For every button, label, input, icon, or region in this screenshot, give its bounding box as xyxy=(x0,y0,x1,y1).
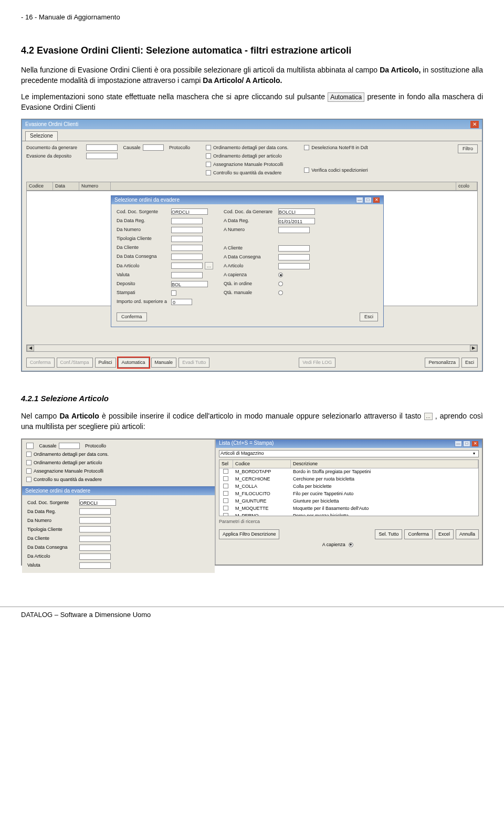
radio-qta-manuale[interactable] xyxy=(278,290,283,295)
scroll-right-icon[interactable]: ▶ xyxy=(470,345,477,351)
chevron-down-icon[interactable]: ▾ xyxy=(471,451,477,457)
table-row[interactable]: M_COLLAColla per biciclette xyxy=(219,483,478,490)
input-cod-sorgente[interactable]: ORDCLI xyxy=(171,208,208,215)
input-da-numero[interactable] xyxy=(171,227,203,233)
checkbox-verifica-sped[interactable] xyxy=(304,168,309,173)
row-checkbox[interactable] xyxy=(223,498,228,503)
checkbox-desel-note[interactable] xyxy=(304,145,309,150)
input-evasione-deposito[interactable] xyxy=(86,153,118,159)
browse-da-articolo-icon[interactable]: … xyxy=(205,262,213,269)
input-deposito[interactable]: BOL xyxy=(171,281,208,287)
window-title: Evasione Ordini Clienti xyxy=(25,121,78,129)
lista-maximize-icon[interactable]: □ xyxy=(463,441,470,447)
label-protocollo2: Protocollo xyxy=(85,443,106,450)
checkbox-ord-data[interactable] xyxy=(206,145,211,150)
input2-da-cliente[interactable] xyxy=(79,536,111,542)
p1-a: Nella funzione di Evasione Ordini Client… xyxy=(21,66,380,74)
input-da-articolo[interactable] xyxy=(171,263,203,269)
combo-value: Articoli di Magazzino xyxy=(220,450,264,457)
input-importo-sup[interactable]: 0 xyxy=(171,299,192,305)
lista-conferma-button[interactable]: Conferma xyxy=(404,529,433,539)
table-row[interactable]: M_GIUNTUREGiunture per bicicletta xyxy=(219,498,478,505)
input-causale[interactable] xyxy=(143,144,164,151)
input-da-cliente[interactable] xyxy=(171,245,203,251)
label-stampati: Stampati xyxy=(117,289,169,296)
radio-acapienza2[interactable] xyxy=(349,542,353,547)
checkbox-controllo-qta2[interactable] xyxy=(26,477,32,482)
annulla-button[interactable]: Annulla xyxy=(456,529,479,539)
vedi-file-log-button[interactable]: Vedi File LOG xyxy=(299,358,335,368)
left-input-sq[interactable] xyxy=(26,443,34,449)
conf-stampa-button[interactable]: Conf./Stampa xyxy=(57,358,93,368)
row-codice: M_GIUNTURE xyxy=(233,498,291,505)
col-data: Data xyxy=(53,182,79,190)
row-checkbox[interactable] xyxy=(223,476,228,481)
close-icon[interactable]: ✕ xyxy=(470,121,479,128)
tab-selezione[interactable]: Selezione xyxy=(25,131,58,141)
th-descrizione: Descrizione xyxy=(291,460,478,468)
row-checkbox[interactable] xyxy=(223,469,228,474)
input-cod-generare[interactable]: BOLCLI xyxy=(278,208,315,215)
input-da-data-reg[interactable] xyxy=(171,218,203,224)
label-da-numero: Da Numero xyxy=(117,226,169,233)
conferma-button[interactable]: Conferma xyxy=(26,358,55,368)
radio-qta-ordine[interactable] xyxy=(278,281,283,286)
table-row[interactable]: M_PERNOPerno per mozzo bicicletta xyxy=(219,513,478,516)
table-row[interactable]: M_MOQUETTEMoquette per il Basamento dell… xyxy=(219,505,478,513)
input-a-data-consegna[interactable] xyxy=(278,254,310,260)
automatica-button[interactable]: Automatica xyxy=(118,358,149,368)
modal-conferma-button[interactable]: Conferma xyxy=(117,312,147,321)
esci-button[interactable]: Esci xyxy=(461,358,478,368)
input-causale2[interactable] xyxy=(59,443,80,449)
checkbox-stampati[interactable] xyxy=(171,290,176,296)
checkbox-ass-manuale[interactable] xyxy=(206,162,211,167)
checkbox-ord-articolo2[interactable] xyxy=(26,460,32,465)
input-valuta[interactable] xyxy=(171,272,203,278)
input-a-articolo[interactable] xyxy=(278,263,310,269)
minimize-icon[interactable]: — xyxy=(356,197,363,203)
input2-tipologia-cliente[interactable] xyxy=(79,526,111,532)
lista-close-icon[interactable]: ✕ xyxy=(471,441,479,447)
input-tipologia-cliente[interactable] xyxy=(171,236,203,242)
lista-minimize-icon[interactable]: — xyxy=(455,441,462,447)
row-checkbox[interactable] xyxy=(223,491,228,496)
automatica-label-inline: Automatica xyxy=(328,92,364,102)
checkbox-controllo-qta[interactable] xyxy=(206,170,211,175)
input-da-data-consegna[interactable] xyxy=(171,254,203,260)
modal-esci-button[interactable]: Esci xyxy=(360,312,378,321)
checkbox-ord-data2[interactable] xyxy=(26,452,32,457)
label-da-cliente: Da Cliente xyxy=(117,244,169,251)
input2-da-data-reg[interactable] xyxy=(79,508,111,515)
table-row[interactable]: M_CERCHIONECerchione per ruota biciclett… xyxy=(219,476,478,483)
input2-valuta[interactable] xyxy=(79,562,111,569)
input-a-cliente[interactable] xyxy=(278,245,310,252)
input2-cod-sorgente[interactable]: ORDCLI xyxy=(79,499,116,506)
input2-da-numero[interactable] xyxy=(79,517,111,524)
row-checkbox[interactable] xyxy=(223,484,228,488)
excel-button[interactable]: Excel xyxy=(435,529,454,539)
input-doc-generare[interactable] xyxy=(86,144,118,151)
input-a-data-reg[interactable]: 01/01/2011 xyxy=(278,218,315,224)
maximize-icon[interactable]: □ xyxy=(364,197,372,203)
input2-da-data-consegna[interactable] xyxy=(79,545,111,551)
table-row[interactable]: M_FILOCUCITOFilo per cucire Tappetini Au… xyxy=(219,490,478,498)
pulisci-button[interactable]: Pulisci xyxy=(95,358,116,368)
scroll-left-icon[interactable]: ◀ xyxy=(27,345,34,351)
filtro-button[interactable]: Filtro xyxy=(458,144,478,153)
manuale-button[interactable]: Manuale xyxy=(151,358,177,368)
horizontal-scrollbar[interactable]: ◀ ▶ xyxy=(26,344,478,352)
applica-filtro-button[interactable]: Applica Filtro Descrizione xyxy=(219,529,280,539)
combo-articoli[interactable]: Articoli di Magazzino ▾ xyxy=(219,450,479,457)
table-row[interactable]: M_BORDOTAPPBordo in Stoffa pregiata per … xyxy=(219,468,478,476)
row-checkbox[interactable] xyxy=(223,506,228,510)
input2-da-articolo[interactable] xyxy=(79,553,111,560)
modal-close-icon[interactable]: ✕ xyxy=(373,197,380,203)
checkbox-ord-articolo[interactable] xyxy=(206,153,211,159)
sel-tutto-button[interactable]: Sel. Tutto xyxy=(375,529,402,539)
checkbox-ass-manuale2[interactable] xyxy=(26,468,32,474)
input-a-numero[interactable] xyxy=(278,227,310,233)
label-a-capienza: A capienza xyxy=(224,271,276,278)
personalizza-button[interactable]: Personalizza xyxy=(425,358,459,368)
radio-a-capienza[interactable] xyxy=(278,273,283,277)
evadi-tutto-button[interactable]: Evadi Tutto xyxy=(178,358,209,368)
